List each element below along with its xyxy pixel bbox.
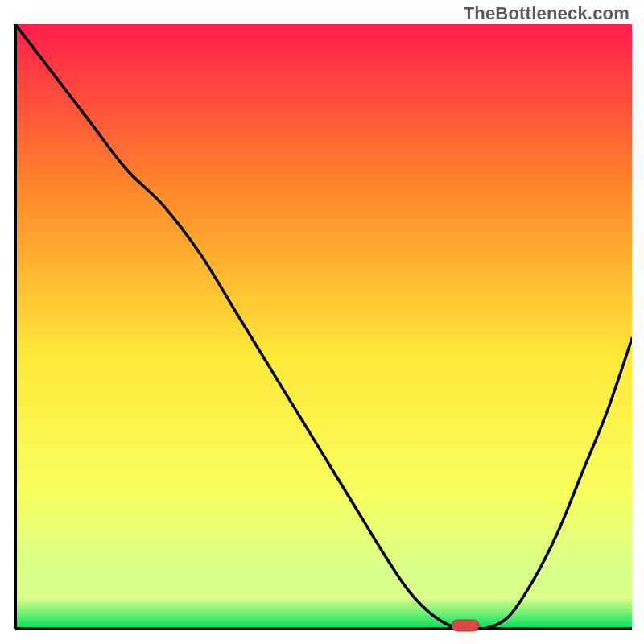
optimal-marker bbox=[452, 620, 479, 631]
gradient-background bbox=[15, 24, 632, 629]
bottleneck-chart bbox=[12, 24, 632, 632]
chart-svg bbox=[12, 24, 632, 632]
attribution-text: TheBottleneck.com bbox=[464, 3, 630, 24]
